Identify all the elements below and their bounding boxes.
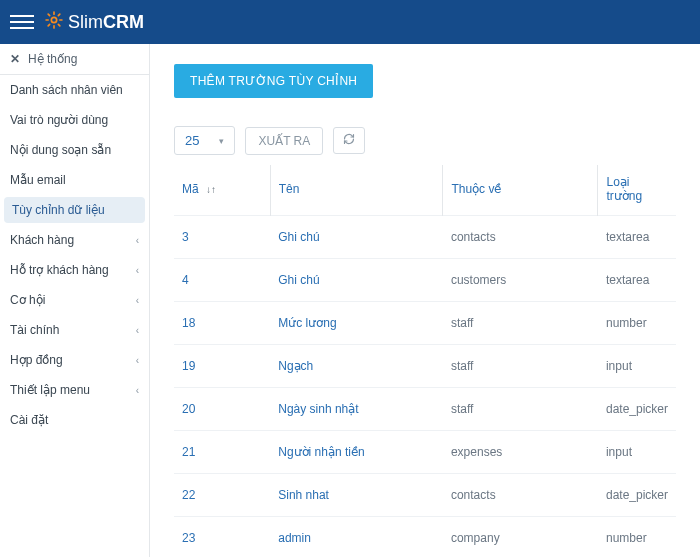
row-id-link[interactable]: 19 bbox=[174, 345, 270, 388]
sidebar-item[interactable]: Hỗ trợ khách hàng‹ bbox=[0, 255, 149, 285]
chevron-left-icon: ‹ bbox=[136, 295, 139, 306]
chevron-left-icon: ‹ bbox=[136, 385, 139, 396]
row-id-link[interactable]: 21 bbox=[174, 431, 270, 474]
sidebar-item[interactable]: Tài chính‹ bbox=[0, 315, 149, 345]
row-field-type: textarea bbox=[598, 216, 676, 259]
chevron-left-icon: ‹ bbox=[136, 355, 139, 366]
sidebar-item[interactable]: Khách hàng‹ bbox=[0, 225, 149, 255]
row-name-link[interactable]: Ghi chú bbox=[270, 259, 443, 302]
row-id-link[interactable]: 3 bbox=[174, 216, 270, 259]
svg-line-5 bbox=[48, 14, 50, 16]
brand: SlimCRM bbox=[44, 10, 144, 35]
refresh-icon bbox=[343, 133, 355, 148]
sidebar-collapse[interactable]: ✕ Hệ thống bbox=[0, 44, 149, 75]
page-size-value: 25 bbox=[185, 133, 199, 148]
row-field-type: date_picker bbox=[598, 388, 676, 431]
row-field-type: date_picker bbox=[598, 474, 676, 517]
sidebar-nav: Danh sách nhân viênVai trò người dùngNội… bbox=[0, 75, 149, 435]
row-belongs-to: contacts bbox=[443, 216, 598, 259]
sidebar-item-label: Hợp đồng bbox=[10, 353, 63, 367]
table-row: 4Ghi chúcustomerstextarea bbox=[174, 259, 676, 302]
custom-fields-table: Mã ↓↑ Tên Thuộc về Loại trường 3Ghi chúc… bbox=[174, 165, 676, 557]
table-row: 20Ngày sinh nhậtstaffdate_picker bbox=[174, 388, 676, 431]
add-custom-field-button[interactable]: THÊM TRƯỜNG TÙY CHỈNH bbox=[174, 64, 373, 98]
export-button[interactable]: XUẤT RA bbox=[245, 127, 323, 155]
svg-line-7 bbox=[48, 24, 50, 25]
sort-asc-icon: ↓↑ bbox=[206, 184, 216, 195]
sidebar-item-label: Cài đặt bbox=[10, 413, 48, 427]
page-size-select[interactable]: 25 ▾ bbox=[174, 126, 235, 155]
sidebar-item[interactable]: Mẫu email bbox=[0, 165, 149, 195]
close-icon: ✕ bbox=[10, 52, 20, 66]
sidebar-item-label: Tùy chỉnh dữ liệu bbox=[12, 203, 105, 217]
table-row: 19Ngạchstaffinput bbox=[174, 345, 676, 388]
chevron-left-icon: ‹ bbox=[136, 265, 139, 276]
col-header-name[interactable]: Tên bbox=[270, 165, 443, 216]
row-belongs-to: contacts bbox=[443, 474, 598, 517]
sidebar-item-label: Thiết lập menu bbox=[10, 383, 90, 397]
row-name-link[interactable]: Ngày sinh nhật bbox=[270, 388, 443, 431]
svg-line-6 bbox=[58, 24, 59, 25]
table-row: 21Người nhận tiềnexpensesinput bbox=[174, 431, 676, 474]
row-belongs-to: staff bbox=[443, 345, 598, 388]
svg-point-0 bbox=[51, 17, 56, 22]
col-header-belongs-to[interactable]: Thuộc về bbox=[443, 165, 598, 216]
main-content: THÊM TRƯỜNG TÙY CHỈNH 25 ▾ XUẤT RA bbox=[150, 44, 700, 557]
row-name-link[interactable]: Ngạch bbox=[270, 345, 443, 388]
gear-icon bbox=[44, 10, 68, 35]
row-name-link[interactable]: Sinh nhat bbox=[270, 474, 443, 517]
sidebar-item[interactable]: Cơ hội‹ bbox=[0, 285, 149, 315]
sidebar-item-label: Khách hàng bbox=[10, 233, 74, 247]
table-row: 22Sinh nhatcontactsdate_picker bbox=[174, 474, 676, 517]
chevron-left-icon: ‹ bbox=[136, 325, 139, 336]
row-belongs-to: company bbox=[443, 517, 598, 558]
topbar: SlimCRM bbox=[0, 0, 700, 44]
row-field-type: number bbox=[598, 517, 676, 558]
row-id-link[interactable]: 4 bbox=[174, 259, 270, 302]
row-name-link[interactable]: Ghi chú bbox=[270, 216, 443, 259]
refresh-button[interactable] bbox=[333, 127, 365, 154]
sidebar-item-label: Nội dung soạn sẵn bbox=[10, 143, 111, 157]
sidebar-item[interactable]: Vai trò người dùng bbox=[0, 105, 149, 135]
row-name-link[interactable]: admin bbox=[270, 517, 443, 558]
table-controls: 25 ▾ XUẤT RA bbox=[174, 126, 676, 155]
sidebar-item[interactable]: Nội dung soạn sẵn bbox=[0, 135, 149, 165]
row-belongs-to: staff bbox=[443, 302, 598, 345]
svg-line-8 bbox=[58, 14, 59, 16]
sidebar-item[interactable]: Tùy chỉnh dữ liệu bbox=[4, 197, 145, 223]
brand-text-slim: Slim bbox=[68, 12, 103, 33]
chevron-down-icon: ▾ bbox=[219, 136, 224, 146]
row-belongs-to: expenses bbox=[443, 431, 598, 474]
sidebar-item[interactable]: Cài đặt bbox=[0, 405, 149, 435]
col-header-id[interactable]: Mã ↓↑ bbox=[174, 165, 270, 216]
row-field-type: number bbox=[598, 302, 676, 345]
sidebar-item[interactable]: Danh sách nhân viên bbox=[0, 75, 149, 105]
row-id-link[interactable]: 22 bbox=[174, 474, 270, 517]
sidebar-item-label: Tài chính bbox=[10, 323, 59, 337]
menu-toggle[interactable] bbox=[10, 15, 34, 29]
sidebar-item-label: Hỗ trợ khách hàng bbox=[10, 263, 109, 277]
sidebar-item-label: Vai trò người dùng bbox=[10, 113, 108, 127]
table-body: 3Ghi chúcontactstextarea4Ghi chúcustomer… bbox=[174, 216, 676, 558]
chevron-left-icon: ‹ bbox=[136, 235, 139, 246]
sidebar: ✕ Hệ thống Danh sách nhân viênVai trò ng… bbox=[0, 44, 150, 557]
row-field-type: textarea bbox=[598, 259, 676, 302]
row-field-type: input bbox=[598, 345, 676, 388]
row-belongs-to: staff bbox=[443, 388, 598, 431]
row-id-link[interactable]: 23 bbox=[174, 517, 270, 558]
row-id-link[interactable]: 18 bbox=[174, 302, 270, 345]
sidebar-item-label: Danh sách nhân viên bbox=[10, 83, 123, 97]
brand-text-crm: CRM bbox=[103, 12, 144, 33]
table-row: 3Ghi chúcontactstextarea bbox=[174, 216, 676, 259]
row-name-link[interactable]: Mức lương bbox=[270, 302, 443, 345]
table-row: 18Mức lươngstaffnumber bbox=[174, 302, 676, 345]
sidebar-item[interactable]: Hợp đồng‹ bbox=[0, 345, 149, 375]
col-header-field-type[interactable]: Loại trường bbox=[598, 165, 676, 216]
row-id-link[interactable]: 20 bbox=[174, 388, 270, 431]
sidebar-item-label: Mẫu email bbox=[10, 173, 66, 187]
row-name-link[interactable]: Người nhận tiền bbox=[270, 431, 443, 474]
sidebar-item[interactable]: Thiết lập menu‹ bbox=[0, 375, 149, 405]
table-row: 23admincompanynumber bbox=[174, 517, 676, 558]
sidebar-item-label: Cơ hội bbox=[10, 293, 45, 307]
sidebar-head-label: Hệ thống bbox=[28, 52, 77, 66]
